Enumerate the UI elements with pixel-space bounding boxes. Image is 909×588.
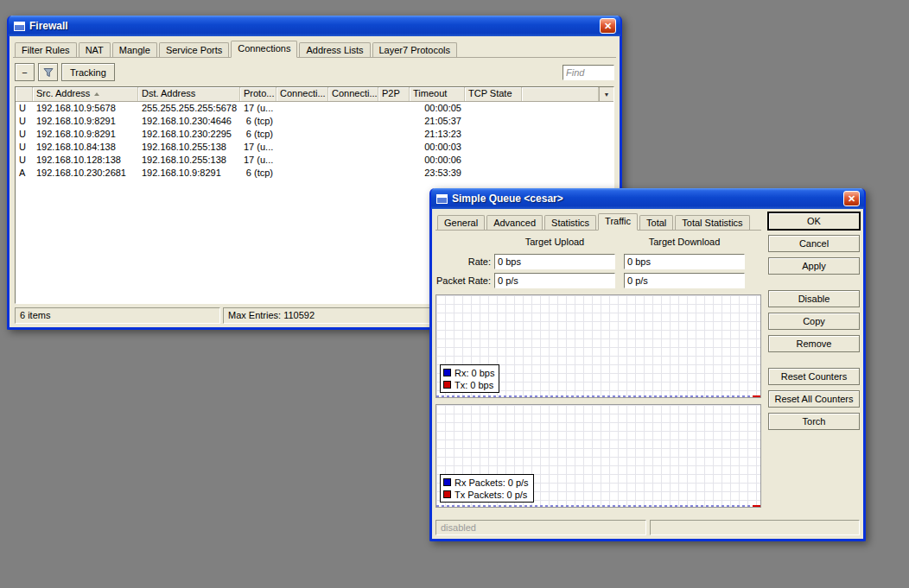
cell-protocol: 6 (tcp): [240, 115, 277, 128]
cell-dst-address: 192.168.10.230:4646: [138, 115, 240, 128]
column-connection-1[interactable]: Connecti...: [277, 87, 328, 101]
cell-timeout: 00:00:03: [410, 141, 465, 154]
copy-button[interactable]: Copy: [768, 313, 860, 330]
queue-statusbar: disabled: [435, 520, 860, 535]
tracking-button[interactable]: Tracking: [61, 63, 115, 81]
tab-address-lists[interactable]: Address Lists: [299, 42, 370, 57]
apply-button[interactable]: Apply: [768, 257, 860, 275]
cell-timeout: 00:00:06: [410, 154, 465, 167]
tx-swatch: [443, 381, 451, 389]
button-spacer: [768, 280, 860, 285]
cell-src-address: 192.168.10.128:138: [33, 154, 138, 167]
column-flags[interactable]: [16, 87, 33, 101]
packet-rate-graph: Rx Packets: 0 p/s Tx Packets: 0 p/s: [435, 404, 761, 508]
firewall-titlebar[interactable]: Firewall ✕: [9, 16, 620, 36]
graph-axis: [436, 395, 760, 397]
legend-item: Tx: 0 bps: [443, 380, 494, 389]
firewall-title: Firewall: [29, 20, 595, 32]
column-menu-button[interactable]: ▼: [599, 87, 613, 101]
tab-total-statistics[interactable]: Total Statistics: [675, 215, 749, 230]
graph-axis-marker: [753, 395, 760, 397]
tab-filter-rules[interactable]: Filter Rules: [15, 42, 77, 57]
table-row[interactable]: U 192.168.10.9:5678 255.255.255.255:5678…: [16, 102, 613, 115]
column-tcp-state[interactable]: TCP State: [465, 87, 522, 101]
rate-label: Rate:: [435, 256, 491, 267]
cell-tcp-state: [465, 115, 522, 128]
table-row[interactable]: A 192.168.10.230:2681 192.168.10.9:8291 …: [16, 167, 613, 180]
tab-nat[interactable]: NAT: [79, 42, 111, 57]
column-src-address[interactable]: Src. Address: [33, 87, 138, 101]
cell-flags: U: [16, 115, 33, 128]
tab-statistics[interactable]: Statistics: [544, 215, 596, 230]
packet-rate-upload-field[interactable]: [494, 273, 615, 288]
close-icon[interactable]: ✕: [600, 18, 616, 34]
cell-flags: U: [16, 154, 33, 167]
disable-button[interactable]: Disable: [768, 290, 860, 307]
queue-status-extra: [650, 520, 861, 535]
rx-packets-legend-label: Rx Packets: 0 p/s: [454, 477, 529, 488]
legend-item: Tx Packets: 0 p/s: [443, 490, 529, 499]
rate-row: Rate:: [435, 254, 761, 269]
table-row[interactable]: U 192.168.10.9:8291 192.168.10.230:4646 …: [16, 115, 613, 128]
tab-total[interactable]: Total: [639, 215, 673, 230]
filter-button[interactable]: [38, 63, 58, 81]
legend-item: Rx Packets: 0 p/s: [443, 477, 529, 487]
column-connection-2[interactable]: Connecti...: [328, 87, 378, 101]
packet-rate-row: Packet Rate:: [435, 273, 761, 288]
reset-counters-button[interactable]: Reset Counters: [768, 368, 860, 385]
rate-upload-field[interactable]: [494, 254, 615, 269]
queue-status-text: disabled: [435, 520, 646, 535]
rate-download-field[interactable]: [624, 254, 745, 269]
find-input[interactable]: [563, 65, 614, 80]
remove-button[interactable]: −: [15, 63, 35, 81]
cell-flags: U: [16, 141, 33, 154]
chevron-down-icon: ▼: [604, 92, 610, 98]
tab-connections[interactable]: Connections: [231, 41, 297, 58]
cell-flags: U: [16, 102, 33, 115]
cell-protocol: 17 (u...: [240, 102, 277, 115]
firewall-tabstrip: Filter Rules NAT Mangle Service Ports Co…: [13, 40, 616, 58]
table-row[interactable]: U 192.168.10.84:138 192.168.10.255:138 1…: [16, 141, 613, 154]
tab-service-ports[interactable]: Service Ports: [159, 42, 229, 57]
column-p2p[interactable]: P2P: [378, 87, 410, 101]
cell-protocol: 6 (tcp): [240, 128, 277, 141]
torch-button[interactable]: Torch: [768, 413, 860, 430]
target-download-label: Target Download: [624, 237, 745, 249]
close-icon[interactable]: ✕: [843, 191, 860, 206]
cell-dst-address: 192.168.10.255:138: [138, 154, 240, 167]
packet-rate-download-field[interactable]: [624, 273, 745, 288]
cell-tcp-state: [465, 128, 522, 141]
tab-general[interactable]: General: [437, 215, 485, 230]
desktop: { "icons": { "close": "✕", "minus": "−",…: [0, 0, 909, 588]
window-icon: [14, 22, 25, 31]
tab-layer7-protocols[interactable]: Layer7 Protocols: [372, 42, 458, 57]
cell-flags: A: [16, 167, 33, 180]
tab-traffic[interactable]: Traffic: [598, 213, 638, 231]
filter-icon: [43, 67, 54, 78]
cell-src-address: 192.168.10.230:2681: [33, 167, 138, 180]
simple-queue-window: Simple Queue <cesar> ✕ General Advanced …: [429, 188, 866, 541]
cancel-button[interactable]: Cancel: [768, 235, 860, 252]
table-header: Src. Address Dst. Address Proto... Conne…: [16, 87, 613, 102]
table-row[interactable]: U 192.168.10.9:8291 192.168.10.230:2295 …: [16, 128, 613, 141]
rx-packets-swatch: [443, 478, 451, 486]
cell-timeout: 00:00:05: [410, 102, 465, 115]
sort-indicator: [94, 92, 99, 96]
remove-button[interactable]: Remove: [768, 335, 860, 352]
rx-swatch: [443, 369, 451, 376]
column-dst-address[interactable]: Dst. Address: [138, 87, 240, 101]
ok-button[interactable]: OK: [768, 212, 860, 230]
target-upload-label: Target Upload: [494, 237, 615, 249]
cell-protocol: 17 (u...: [240, 154, 277, 167]
column-timeout[interactable]: Timeout: [410, 87, 465, 101]
cell-flags: U: [16, 128, 33, 141]
column-protocol[interactable]: Proto...: [240, 87, 277, 101]
reset-all-counters-button[interactable]: Reset All Counters: [768, 390, 860, 408]
tab-advanced[interactable]: Advanced: [486, 215, 543, 230]
cell-dst-address: 192.168.10.9:8291: [138, 167, 240, 180]
button-spacer: [768, 357, 860, 363]
table-row[interactable]: U 192.168.10.128:138 192.168.10.255:138 …: [16, 154, 613, 167]
firewall-toolbar: − Tracking: [15, 63, 614, 81]
tab-mangle[interactable]: Mangle: [112, 42, 157, 57]
queue-titlebar[interactable]: Simple Queue <cesar> ✕: [431, 188, 864, 209]
